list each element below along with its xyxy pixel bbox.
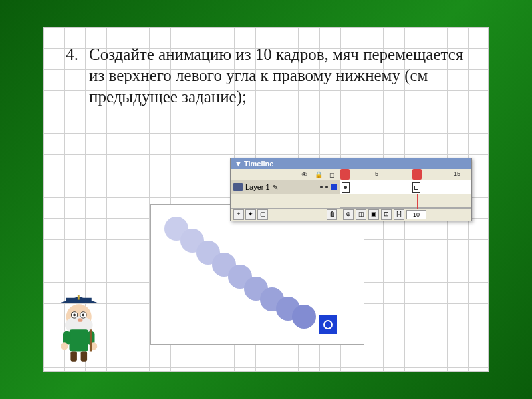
frames-column: 5 10 15 ⊕ ◫ ▣ ⊡	[340, 169, 471, 221]
svg-rect-10	[70, 329, 89, 351]
keyframe-start[interactable]	[342, 182, 350, 193]
layers-empty	[231, 194, 340, 209]
current-frame-field[interactable]: 10	[406, 210, 426, 219]
outline-icon[interactable]: ◻	[329, 171, 334, 178]
slide-background: 4. Создайте анимацию из 10 кадров, мяч п…	[0, 0, 532, 399]
svg-rect-16	[70, 352, 77, 362]
professor-icon	[51, 295, 114, 364]
onion-skin-button[interactable]: ◫	[356, 209, 366, 220]
frames-bottom-bar: ⊕ ◫ ▣ ⊡ [·] 10	[340, 208, 471, 221]
svg-rect-17	[81, 352, 88, 362]
timeline-panel: ▼ Timeline 👁 🔒 ◻ Layer 1 ✎	[230, 158, 472, 221]
ball-frame	[292, 305, 316, 329]
slide-card: 4. Создайте анимацию из 10 кадров, мяч п…	[43, 27, 489, 372]
professor-character	[51, 295, 114, 364]
playhead[interactable]	[412, 169, 422, 180]
task-number: 4.	[63, 44, 78, 108]
svg-rect-2	[78, 295, 80, 300]
layer-row[interactable]: Layer 1 ✎	[231, 180, 340, 194]
lock-icon[interactable]: 🔒	[315, 171, 323, 178]
center-frame-button[interactable]: ⊕	[343, 209, 354, 220]
target-center-icon	[323, 320, 332, 329]
ruler-15: 15	[454, 170, 460, 177]
modify-markers-button[interactable]: [·]	[394, 209, 404, 220]
layer-name: Layer 1	[245, 183, 270, 191]
delete-layer-button[interactable]: 🗑	[327, 209, 337, 220]
lock-dot[interactable]	[325, 186, 328, 188]
frames-track[interactable]	[340, 180, 471, 194]
timeline-body: 👁 🔒 ◻ Layer 1 ✎	[231, 169, 471, 221]
layer-icon	[233, 183, 243, 191]
eye-icon[interactable]: 👁	[301, 171, 308, 178]
layers-column: 👁 🔒 ◻ Layer 1 ✎	[231, 169, 340, 221]
pencil-icon: ✎	[273, 184, 278, 191]
svg-point-9	[78, 318, 83, 322]
add-folder-button[interactable]: ▢	[257, 209, 268, 220]
add-guide-button[interactable]: ✦	[245, 209, 256, 220]
onion-outline-button[interactable]: ▣	[368, 209, 379, 220]
svg-point-8	[82, 314, 85, 317]
animation-preview	[150, 204, 364, 345]
ball-target	[319, 315, 337, 334]
add-layer-button[interactable]: +	[233, 209, 244, 220]
layers-header: 👁 🔒 ◻	[231, 169, 340, 180]
edit-multi-button[interactable]: ⊡	[381, 209, 392, 220]
layer-buttons: + ✦ ▢ 🗑	[231, 209, 340, 221]
ruler-5: 5	[375, 170, 378, 177]
color-swatch[interactable]	[331, 184, 337, 190]
playhead-start[interactable]	[340, 169, 350, 180]
task-text: Создайте анимацию из 10 кадров, мяч пере…	[89, 44, 469, 108]
frames-empty	[340, 194, 471, 208]
vis-dot[interactable]	[320, 186, 323, 188]
frames-ruler[interactable]: 5 10 15	[340, 169, 471, 180]
svg-point-13	[61, 342, 68, 350]
svg-rect-15	[90, 329, 92, 351]
task-item: 4. Создайте анимацию из 10 кадров, мяч п…	[63, 44, 469, 108]
timeline-title[interactable]: ▼ Timeline	[231, 158, 471, 169]
svg-point-7	[73, 314, 76, 317]
keyframe-end[interactable]	[412, 182, 420, 193]
